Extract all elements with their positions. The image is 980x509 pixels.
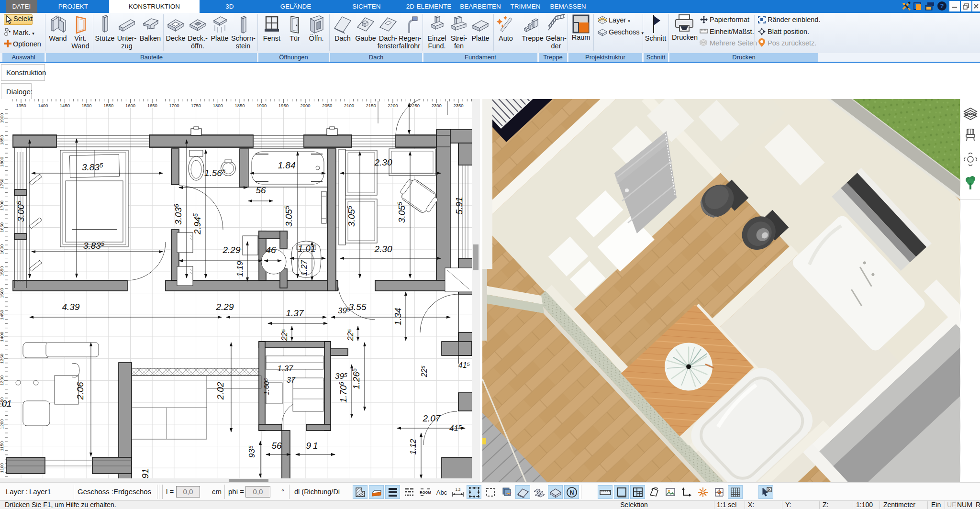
svg-text:N: N: [569, 489, 574, 496]
svg-text:2050: 2050: [322, 103, 332, 108]
svg-text:1200: 1200: [0, 419, 4, 429]
svg-text:1450: 1450: [60, 103, 70, 108]
svg-text:1.01: 1.01: [298, 243, 316, 254]
svg-text:1650: 1650: [147, 103, 157, 108]
svg-text:1.27: 1.27: [300, 260, 309, 276]
svg-text:56: 56: [271, 441, 282, 451]
svg-text:1.84: 1.84: [278, 160, 296, 170]
svg-text:01: 01: [1, 398, 11, 409]
svg-text:37: 37: [287, 376, 296, 384]
svg-text:39⁵: 39⁵: [338, 306, 350, 315]
svg-text:1350: 1350: [16, 103, 26, 108]
svg-text:5.91: 5.91: [454, 197, 464, 215]
svg-text:2150: 2150: [366, 103, 376, 108]
svg-text:1500: 1500: [82, 103, 92, 108]
svg-text:1,2: 1,2: [455, 487, 461, 492]
svg-text:22⁵: 22⁵: [280, 329, 289, 341]
svg-text:1900: 1900: [0, 113, 4, 123]
svg-text:2300: 2300: [432, 103, 442, 108]
svg-text:1700: 1700: [169, 103, 179, 108]
svg-text:1400: 1400: [38, 103, 48, 108]
svg-text:1300: 1300: [0, 376, 4, 386]
svg-text:1450: 1450: [0, 310, 4, 320]
svg-text:2000: 2000: [301, 103, 311, 108]
svg-text:1150: 1150: [0, 441, 4, 451]
svg-text:1850: 1850: [234, 103, 245, 108]
svg-text:2200: 2200: [388, 103, 398, 108]
svg-text:22⁵: 22⁵: [420, 365, 428, 377]
svg-text:56: 56: [256, 185, 266, 195]
svg-text:91: 91: [140, 468, 150, 478]
svg-text:2.06: 2.06: [75, 382, 85, 400]
svg-text:2.30: 2.30: [374, 157, 392, 167]
svg-text:2.30: 2.30: [374, 244, 392, 254]
svg-text:1.60⁵: 1.60⁵: [262, 378, 270, 395]
svg-text:2350: 2350: [453, 103, 463, 108]
svg-text:1600: 1600: [0, 244, 4, 254]
svg-text:1600: 1600: [125, 103, 135, 108]
svg-text:1500: 1500: [0, 288, 4, 298]
svg-text:1.34: 1.34: [393, 308, 403, 326]
svg-text:1550: 1550: [103, 103, 113, 108]
svg-text:22⁵: 22⁵: [346, 329, 355, 341]
svg-text:2.02: 2.02: [215, 382, 225, 400]
svg-text:1.12: 1.12: [409, 439, 418, 455]
svg-text:ROOM: ROOM: [420, 490, 431, 495]
svg-text:4.39: 4.39: [62, 302, 80, 312]
svg-text:2.29: 2.29: [216, 302, 234, 312]
svg-text:1800: 1800: [213, 103, 223, 108]
svg-text:?: ?: [940, 2, 944, 10]
svg-text:1950: 1950: [278, 103, 289, 108]
svg-text:2.07: 2.07: [423, 413, 441, 423]
svg-text:39⁵: 39⁵: [335, 372, 347, 381]
svg-text:46: 46: [266, 245, 276, 255]
svg-text:1.19: 1.19: [235, 261, 245, 277]
svg-text:1800: 1800: [0, 157, 4, 167]
svg-text:41⁵: 41⁵: [458, 361, 470, 369]
svg-text:1750: 1750: [191, 103, 201, 108]
svg-text:1650: 1650: [0, 222, 4, 232]
svg-text:1700: 1700: [0, 200, 4, 210]
svg-text:41⁵: 41⁵: [449, 424, 462, 433]
svg-text:2250: 2250: [410, 103, 420, 108]
svg-text:1.37: 1.37: [277, 364, 293, 373]
svg-text:1550: 1550: [0, 266, 4, 276]
svg-text:1100: 1100: [0, 463, 4, 473]
svg-text:1850: 1850: [0, 135, 4, 145]
svg-text:1750: 1750: [0, 179, 4, 189]
svg-text:3.55: 3.55: [349, 302, 367, 312]
svg-text:2100: 2100: [344, 103, 354, 108]
svg-text:1900: 1900: [256, 103, 267, 108]
svg-text:2.29: 2.29: [223, 245, 241, 255]
svg-text:93⁵: 93⁵: [247, 445, 256, 458]
svg-text:Abc: Abc: [436, 489, 447, 496]
svg-text:9 1: 9 1: [306, 441, 318, 451]
svg-text:1350: 1350: [0, 354, 4, 364]
svg-text:1.37: 1.37: [286, 308, 304, 318]
svg-text:1400: 1400: [0, 332, 4, 342]
